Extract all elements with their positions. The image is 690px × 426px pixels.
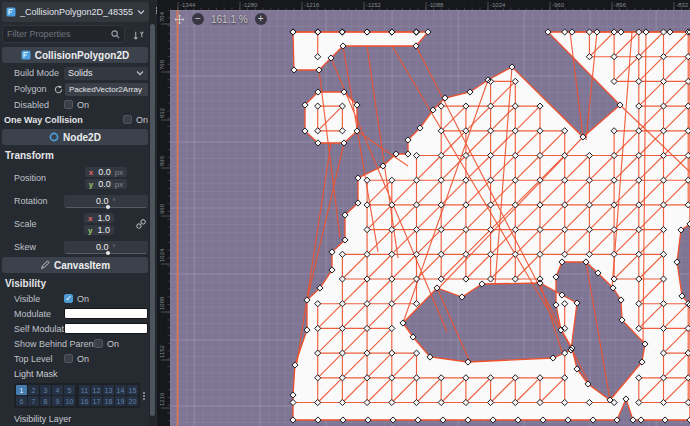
- ruler-v-label: 1088: [159, 296, 165, 310]
- slider-grabber[interactable]: [106, 251, 110, 255]
- property-one-way-collision: One Way Collision On: [2, 112, 148, 127]
- ruler-h-label: -896: [614, 2, 627, 8]
- show-behind-parent-checkbox[interactable]: [94, 339, 103, 348]
- ruler-v-label: 960: [159, 203, 165, 214]
- position-x-field[interactable]: x 0.0 px: [85, 167, 127, 177]
- node2d-icon: [49, 132, 59, 142]
- group-visibility[interactable]: Visibility: [2, 275, 148, 291]
- layer-bit-6[interactable]: 6: [16, 396, 27, 406]
- property-visible: Visible ✓ On: [2, 291, 148, 306]
- one-way-collision-checkbox[interactable]: [123, 115, 132, 124]
- inspector-panel: _CollisionPolygon2D_48355 Filter Propert…: [0, 0, 157, 426]
- property-top-level: Top Level On: [2, 351, 148, 366]
- ruler-h-label: -832: [676, 2, 689, 8]
- layer-bit-20[interactable]: 20: [127, 396, 138, 406]
- property-position: Position x 0.0 px y 0.0 px: [2, 163, 148, 193]
- layer-bit-1[interactable]: 1: [16, 385, 27, 395]
- layer-bit-10[interactable]: 10: [64, 396, 75, 406]
- layer-bit-7[interactable]: 7: [28, 396, 39, 406]
- visible-checkbox[interactable]: ✓: [64, 294, 73, 303]
- scale-x-field[interactable]: x 1.0: [84, 213, 114, 223]
- sort-icon: [133, 30, 144, 41]
- scrollbar-thumb[interactable]: [150, 24, 155, 416]
- layer-bit-8[interactable]: 8: [40, 396, 51, 406]
- category-collision-polygon2d[interactable]: CollisionPolygon2D: [2, 47, 148, 63]
- property-disabled: Disabled On: [2, 97, 148, 112]
- ruler-h-label: -1088: [428, 2, 444, 8]
- layer-bit-5[interactable]: 5: [64, 385, 75, 395]
- chevron-down-icon: [136, 70, 144, 76]
- ruler-v-label: 704: [159, 11, 165, 22]
- light-mask-options-icon[interactable]: [143, 392, 145, 400]
- modulate-color-swatch[interactable]: [64, 308, 148, 319]
- zoom-controls: − 161.1 % +: [174, 13, 267, 25]
- layer-bit-9[interactable]: 9: [52, 396, 63, 406]
- scale-link-button[interactable]: [134, 219, 148, 229]
- vertical-ruler: 7047688328969601024108811521216: [157, 10, 170, 426]
- selected-node-name: _CollisionPolygon2D_48355: [20, 7, 133, 17]
- revert-icon[interactable]: [54, 85, 63, 94]
- property-build-mode: Build Mode Solids: [2, 65, 148, 81]
- group-transform[interactable]: Transform: [2, 147, 148, 163]
- layer-bit-15[interactable]: 15: [127, 385, 138, 395]
- filter-properties-input[interactable]: Filter Properties: [2, 25, 125, 43]
- polygon-edit-canvas[interactable]: [170, 10, 690, 426]
- polygon-value-button[interactable]: PackedVector2Array: [65, 83, 148, 96]
- chevron-down-icon: [137, 9, 145, 15]
- category-node2d[interactable]: Node2D: [2, 129, 148, 145]
- build-mode-dropdown[interactable]: Solids: [64, 67, 148, 80]
- property-modulate: Modulate: [2, 306, 148, 321]
- collision-polygon-node-icon: [6, 7, 16, 17]
- layer-bit-19[interactable]: 19: [115, 396, 126, 406]
- filter-placeholder: Filter Properties: [7, 29, 111, 39]
- canvasitem-icon: [40, 260, 50, 270]
- ruler-v-label: 1152: [159, 344, 165, 358]
- layer-bit-11[interactable]: 11: [79, 385, 90, 395]
- ruler-v-label: 1024: [159, 248, 165, 262]
- zoom-level[interactable]: 161.1 %: [211, 14, 248, 25]
- ruler-h-label: -1344: [180, 2, 196, 8]
- light-mask-label: Light Mask: [2, 366, 148, 381]
- ruler-h-label: -1152: [366, 2, 382, 8]
- ruler-h-label: -1024: [490, 2, 506, 8]
- layer-bit-14[interactable]: 14: [115, 385, 126, 395]
- pan-view-icon[interactable]: [174, 14, 185, 25]
- ruler-v-label: 896: [159, 155, 165, 166]
- property-scale: Scale x 1.0 y 1.0: [2, 209, 148, 239]
- layer-bit-17[interactable]: 17: [91, 396, 102, 406]
- property-show-behind-parent: Show Behind Parent On: [2, 336, 148, 351]
- node-selector-dropdown[interactable]: _CollisionPolygon2D_48355: [2, 2, 149, 22]
- ruler-h-label: -1216: [304, 2, 320, 8]
- position-y-field[interactable]: y 0.0 px: [85, 179, 127, 189]
- skew-slider[interactable]: 0.0 °: [64, 241, 148, 254]
- self-modulate-color-swatch[interactable]: [64, 323, 148, 334]
- zoom-in-button[interactable]: +: [255, 13, 267, 25]
- layer-bit-12[interactable]: 12: [91, 385, 102, 395]
- link-icon: [136, 219, 146, 229]
- collision-polygon-icon: [21, 50, 31, 60]
- property-self-modulate: Self Modulate: [2, 321, 148, 336]
- ruler-corner: [157, 0, 170, 10]
- disabled-checkbox[interactable]: [64, 100, 73, 109]
- top-level-checkbox[interactable]: [64, 354, 73, 363]
- inspector-scrollbar[interactable]: [149, 0, 156, 426]
- scale-y-field[interactable]: y 1.0: [84, 225, 114, 235]
- layer-bit-13[interactable]: 13: [103, 385, 114, 395]
- layer-bit-2[interactable]: 2: [28, 385, 39, 395]
- layer-bit-18[interactable]: 18: [103, 396, 114, 406]
- ruler-v-label: 1216: [159, 392, 165, 406]
- search-icon: [111, 30, 120, 39]
- light-mask-grid: 1234567891011121314151617181920: [2, 381, 148, 411]
- layer-bit-16[interactable]: 16: [79, 396, 90, 406]
- godot-editor: _CollisionPolygon2D_48355 Filter Propert…: [0, 0, 690, 426]
- ruler-h-label: -960: [552, 2, 565, 8]
- canvas-viewport: -1344-1280-1216-1152-1088-1024-960-896-8…: [157, 0, 690, 426]
- layer-bit-3[interactable]: 3: [40, 385, 51, 395]
- zoom-out-button[interactable]: −: [192, 13, 204, 25]
- category-canvasitem[interactable]: CanvasItem: [2, 257, 148, 273]
- horizontal-ruler: -1344-1280-1216-1152-1088-1024-960-896-8…: [170, 0, 690, 10]
- layer-bit-4[interactable]: 4: [52, 385, 63, 395]
- property-sort-button[interactable]: [128, 25, 148, 45]
- slider-grabber[interactable]: [106, 205, 110, 209]
- rotation-slider[interactable]: 0.0 °: [64, 195, 148, 208]
